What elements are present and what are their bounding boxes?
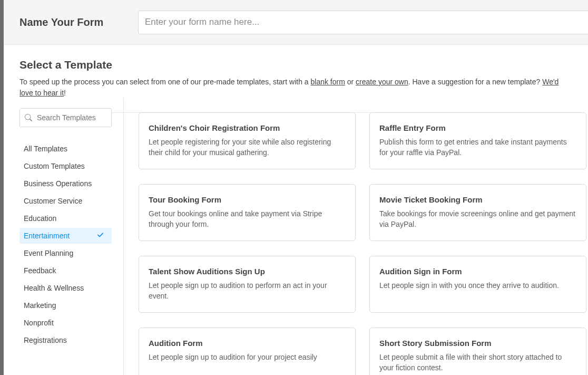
sidebar-category-label: Event Planning	[24, 249, 73, 257]
sidebar-category-item[interactable]: All Templates	[19, 141, 112, 157]
search-icon	[25, 114, 32, 121]
template-card-title: Audition Form	[149, 339, 346, 348]
sidebar-category-label: Education	[24, 214, 56, 223]
template-card-desc: Get tour bookings online and take paymen…	[149, 208, 346, 230]
template-card-desc: Let people sign up to audition for your …	[149, 352, 346, 362]
check-icon	[97, 232, 104, 239]
sidebar-category-item[interactable]: Customer Service	[19, 193, 112, 209]
form-name-input[interactable]	[138, 11, 588, 34]
template-cards: Children's Choir Registration FormLet pe…	[139, 112, 588, 375]
sidebar-category-item[interactable]: Business Operations	[19, 176, 112, 191]
template-card-desc: Let people sign in with you once they ar…	[379, 280, 576, 291]
blank-form-link[interactable]: blank form	[311, 78, 345, 86]
sidebar-category-label: Business Operations	[24, 179, 92, 188]
template-card[interactable]: Raffle Entry FormPublish this form to ge…	[369, 112, 586, 169]
category-list: All TemplatesCustom TemplatesBusiness Op…	[19, 141, 123, 348]
sidebar-category-label: Registrations	[24, 336, 67, 344]
sidebar-category-label: Nonprofit	[24, 319, 54, 327]
sidebar-category-label: Feedback	[24, 266, 56, 275]
sidebar-category-item[interactable]: Custom Templates	[19, 158, 112, 174]
sidebar-category-item[interactable]: Entertainment	[19, 228, 112, 244]
template-main: Children's Choir Registration FormLet pe…	[124, 98, 588, 375]
template-card[interactable]: Audition FormLet people sign up to audit…	[139, 328, 356, 375]
sidebar-category-label: Entertainment	[24, 232, 70, 240]
template-card-desc: Take bookings for movie screenings onlin…	[379, 208, 576, 230]
template-card-desc: Let people submit a file with their shor…	[379, 352, 576, 373]
template-card[interactable]: Audition Sign in FormLet people sign in …	[369, 256, 586, 313]
template-card-desc: Publish this form to get entries and tak…	[379, 137, 576, 158]
sidebar-category-item[interactable]: Registrations	[19, 332, 112, 348]
sidebar-category-item[interactable]: Event Planning	[19, 245, 112, 261]
sidebar-category-label: Health & Wellness	[24, 284, 84, 292]
template-card-title: Children's Choir Registration Form	[149, 123, 346, 132]
template-card[interactable]: Movie Ticket Booking FormTake bookings f…	[369, 184, 586, 241]
template-card[interactable]: Tour Booking FormGet tour bookings onlin…	[139, 184, 356, 241]
sidebar-category-label: Customer Service	[24, 197, 82, 205]
sidebar-category-item[interactable]: Education	[19, 210, 112, 226]
sidebar-category-item[interactable]: Health & Wellness	[19, 280, 112, 296]
template-card-title: Audition Sign in Form	[379, 267, 576, 276]
template-card-title: Short Story Submission Form	[379, 339, 576, 348]
select-template-description: To speed up the process you can select f…	[19, 76, 572, 99]
create-your-own-link[interactable]: create your own	[356, 78, 408, 86]
template-card[interactable]: Talent Show Auditions Sign UpLet people …	[139, 256, 356, 313]
sidebar-category-item[interactable]: Feedback	[19, 263, 112, 278]
template-card[interactable]: Children's Choir Registration FormLet pe…	[139, 112, 356, 169]
sidebar-category-item[interactable]: Nonprofit	[19, 315, 112, 331]
sidebar-category-label: All Templates	[24, 145, 67, 153]
sidebar-category-item[interactable]: Marketing	[19, 297, 112, 313]
sidebar-category-label: Custom Templates	[24, 162, 85, 170]
select-template-heading: Select a Template	[19, 59, 572, 71]
template-sidebar: All TemplatesCustom TemplatesBusiness Op…	[4, 98, 124, 375]
template-card-title: Talent Show Auditions Sign Up	[149, 267, 346, 276]
search-templates-input[interactable]	[19, 108, 112, 127]
template-card-title: Movie Ticket Booking Form	[379, 195, 576, 204]
template-card-title: Tour Booking Form	[149, 195, 346, 204]
name-your-form-header: Name Your Form	[4, 0, 588, 45]
template-card-desc: Let people sign up to audition to perfor…	[149, 280, 346, 302]
template-card-desc: Let people registering for your site whi…	[149, 137, 346, 158]
window-edge	[0, 0, 4, 375]
name-your-form-label: Name Your Form	[19, 16, 138, 28]
template-card[interactable]: Short Story Submission FormLet people su…	[369, 328, 586, 375]
template-card-title: Raffle Entry Form	[379, 123, 576, 132]
sidebar-category-label: Marketing	[24, 301, 56, 310]
